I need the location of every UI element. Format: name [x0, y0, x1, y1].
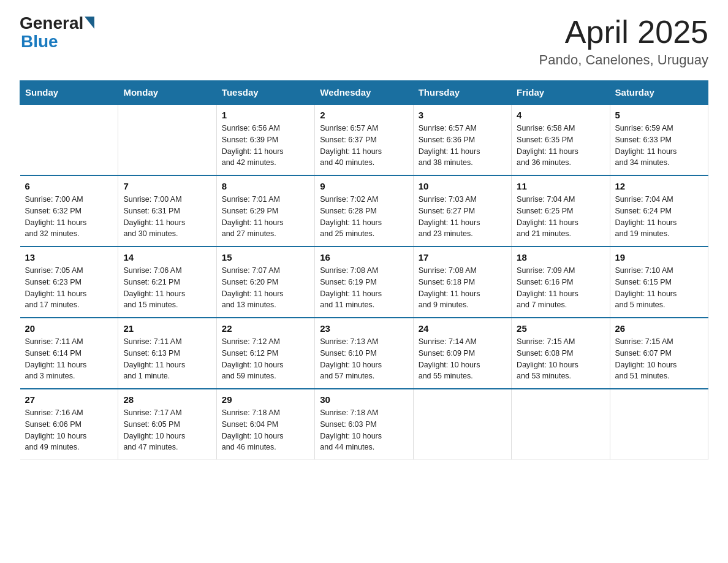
day-detail-line: Sunrise: 7:17 AM: [123, 408, 181, 417]
calendar-day-cell: 16Sunrise: 7:08 AMSunset: 6:19 PMDayligh…: [315, 247, 413, 318]
day-detail-line: Sunrise: 7:16 AM: [25, 408, 83, 417]
day-info: Sunrise: 7:04 AMSunset: 6:24 PMDaylight:…: [615, 194, 703, 240]
day-detail-line: Daylight: 10 hoursand 51 minutes.: [615, 361, 677, 381]
day-detail-line: Sunset: 6:21 PM: [123, 278, 180, 286]
calendar-day-cell: 2Sunrise: 6:57 AMSunset: 6:37 PMDaylight…: [315, 104, 413, 175]
calendar-day-cell: 4Sunrise: 6:58 AMSunset: 6:35 PMDaylight…: [512, 104, 610, 175]
calendar-day-cell: 14Sunrise: 7:06 AMSunset: 6:21 PMDayligh…: [118, 247, 216, 318]
day-detail-line: Sunset: 6:13 PM: [123, 349, 180, 358]
day-number: 24: [419, 323, 506, 334]
day-detail-line: Sunrise: 6:59 AM: [615, 124, 673, 132]
day-info: Sunrise: 7:10 AMSunset: 6:15 PMDaylight:…: [615, 265, 703, 311]
day-info: Sunrise: 7:14 AMSunset: 6:09 PMDaylight:…: [419, 336, 506, 382]
day-detail-line: Sunrise: 7:00 AM: [123, 195, 181, 204]
page-header: General Blue April 2025 Pando, Canelones…: [20, 15, 708, 68]
day-info: Sunrise: 7:09 AMSunset: 6:16 PMDaylight:…: [517, 265, 604, 311]
day-detail-line: Daylight: 11 hoursand 9 minutes.: [419, 289, 480, 310]
calendar-table: SundayMondayTuesdayWednesdayThursdayFrid…: [20, 80, 708, 460]
day-detail-line: Sunset: 6:04 PM: [222, 420, 278, 429]
day-detail-line: Daylight: 11 hoursand 36 minutes.: [517, 147, 578, 167]
calendar-day-cell: [118, 104, 216, 175]
calendar-day-cell: 6Sunrise: 7:00 AMSunset: 6:32 PMDaylight…: [20, 175, 118, 247]
day-detail-line: Sunrise: 7:10 AM: [615, 266, 673, 275]
day-info: Sunrise: 7:18 AMSunset: 6:03 PMDaylight:…: [320, 407, 408, 453]
day-detail-line: Daylight: 11 hoursand 42 minutes.: [222, 147, 284, 167]
day-of-week-header: Tuesday: [216, 81, 314, 105]
day-number: 16: [320, 252, 408, 262]
calendar-day-cell: 22Sunrise: 7:12 AMSunset: 6:12 PMDayligh…: [216, 318, 314, 389]
day-number: 12: [615, 181, 703, 191]
calendar-day-cell: 18Sunrise: 7:09 AMSunset: 6:16 PMDayligh…: [512, 247, 610, 318]
day-detail-line: Sunset: 6:23 PM: [25, 278, 82, 286]
day-detail-line: Sunrise: 7:11 AM: [123, 337, 181, 346]
day-info: Sunrise: 7:11 AMSunset: 6:14 PMDaylight:…: [25, 336, 113, 382]
calendar-week-row: 27Sunrise: 7:16 AMSunset: 6:06 PMDayligh…: [20, 389, 708, 460]
day-info: Sunrise: 6:59 AMSunset: 6:33 PMDaylight:…: [615, 123, 703, 169]
day-detail-line: Sunrise: 7:04 AM: [517, 195, 575, 204]
day-number: 5: [615, 110, 703, 120]
day-info: Sunrise: 7:03 AMSunset: 6:27 PMDaylight:…: [419, 194, 506, 240]
calendar-week-row: 13Sunrise: 7:05 AMSunset: 6:23 PMDayligh…: [20, 247, 708, 318]
day-info: Sunrise: 6:57 AMSunset: 6:37 PMDaylight:…: [320, 123, 408, 169]
day-detail-line: Daylight: 11 hoursand 15 minutes.: [123, 289, 185, 310]
day-detail-line: Sunrise: 7:15 AM: [615, 337, 673, 346]
day-detail-line: Daylight: 11 hoursand 30 minutes.: [123, 218, 185, 239]
day-detail-line: Sunset: 6:14 PM: [25, 349, 82, 358]
day-detail-line: Sunset: 6:20 PM: [222, 278, 278, 286]
day-detail-line: Daylight: 11 hoursand 40 minutes.: [320, 147, 382, 167]
day-of-week-header: Monday: [118, 81, 216, 105]
day-detail-line: Daylight: 10 hoursand 47 minutes.: [123, 432, 185, 452]
title-section: April 2025 Pando, Canelones, Uruguay: [539, 15, 708, 68]
day-detail-line: Sunset: 6:35 PM: [517, 136, 573, 144]
day-detail-line: Sunset: 6:12 PM: [222, 349, 278, 358]
day-detail-line: Sunrise: 7:05 AM: [25, 266, 83, 275]
day-info: Sunrise: 7:15 AMSunset: 6:08 PMDaylight:…: [517, 336, 604, 382]
day-number: 11: [517, 181, 604, 191]
day-detail-line: Sunset: 6:32 PM: [25, 207, 82, 215]
day-detail-line: Daylight: 11 hoursand 23 minutes.: [419, 218, 480, 239]
day-detail-line: Sunset: 6:03 PM: [320, 420, 376, 429]
day-detail-line: Sunrise: 6:56 AM: [222, 124, 280, 132]
day-info: Sunrise: 7:00 AMSunset: 6:31 PMDaylight:…: [123, 194, 211, 240]
calendar-day-cell: 24Sunrise: 7:14 AMSunset: 6:09 PMDayligh…: [413, 318, 511, 389]
calendar-week-row: 6Sunrise: 7:00 AMSunset: 6:32 PMDaylight…: [20, 175, 708, 247]
day-info: Sunrise: 7:18 AMSunset: 6:04 PMDaylight:…: [222, 407, 309, 453]
day-detail-line: Sunrise: 7:03 AM: [419, 195, 477, 204]
day-detail-line: Sunrise: 7:00 AM: [25, 195, 83, 204]
calendar-day-cell: 10Sunrise: 7:03 AMSunset: 6:27 PMDayligh…: [413, 175, 511, 247]
calendar-day-cell: 1Sunrise: 6:56 AMSunset: 6:39 PMDaylight…: [216, 104, 314, 175]
day-detail-line: Sunset: 6:06 PM: [25, 420, 82, 429]
day-detail-line: Daylight: 10 hoursand 46 minutes.: [222, 432, 284, 452]
day-detail-line: Sunset: 6:28 PM: [320, 207, 376, 215]
day-detail-line: Daylight: 10 hoursand 44 minutes.: [320, 432, 382, 452]
day-number: 26: [615, 323, 703, 334]
logo: General Blue: [20, 15, 94, 52]
day-detail-line: Sunset: 6:31 PM: [123, 207, 180, 215]
location-title: Pando, Canelones, Uruguay: [539, 52, 708, 68]
day-info: Sunrise: 7:13 AMSunset: 6:10 PMDaylight:…: [320, 336, 408, 382]
day-info: Sunrise: 7:12 AMSunset: 6:12 PMDaylight:…: [222, 336, 309, 382]
day-detail-line: Sunset: 6:33 PM: [615, 136, 672, 144]
day-number: 10: [419, 181, 506, 191]
day-detail-line: Sunrise: 7:08 AM: [419, 266, 477, 275]
day-info: Sunrise: 7:07 AMSunset: 6:20 PMDaylight:…: [222, 265, 309, 311]
day-of-week-header: Wednesday: [315, 81, 413, 105]
calendar-day-cell: 21Sunrise: 7:11 AMSunset: 6:13 PMDayligh…: [118, 318, 216, 389]
day-detail-line: Sunset: 6:07 PM: [615, 349, 672, 358]
day-info: Sunrise: 6:56 AMSunset: 6:39 PMDaylight:…: [222, 123, 309, 169]
day-detail-line: Sunset: 6:15 PM: [615, 278, 672, 286]
day-detail-line: Sunset: 6:09 PM: [419, 349, 475, 358]
day-detail-line: Sunrise: 7:14 AM: [419, 337, 477, 346]
day-detail-line: Sunset: 6:19 PM: [320, 278, 376, 286]
calendar-day-cell: 23Sunrise: 7:13 AMSunset: 6:10 PMDayligh…: [315, 318, 413, 389]
day-detail-line: Sunrise: 7:18 AM: [222, 408, 280, 417]
day-info: Sunrise: 7:01 AMSunset: 6:29 PMDaylight:…: [222, 194, 309, 240]
day-detail-line: Daylight: 10 hoursand 59 minutes.: [222, 361, 284, 381]
day-number: 9: [320, 181, 408, 191]
day-number: 17: [419, 252, 506, 262]
day-number: 29: [222, 394, 309, 405]
day-detail-line: Daylight: 10 hoursand 55 minutes.: [419, 361, 480, 381]
day-info: Sunrise: 7:00 AMSunset: 6:32 PMDaylight:…: [25, 194, 113, 240]
calendar-day-cell: 28Sunrise: 7:17 AMSunset: 6:05 PMDayligh…: [118, 389, 216, 460]
calendar-day-cell: 3Sunrise: 6:57 AMSunset: 6:36 PMDaylight…: [413, 104, 511, 175]
